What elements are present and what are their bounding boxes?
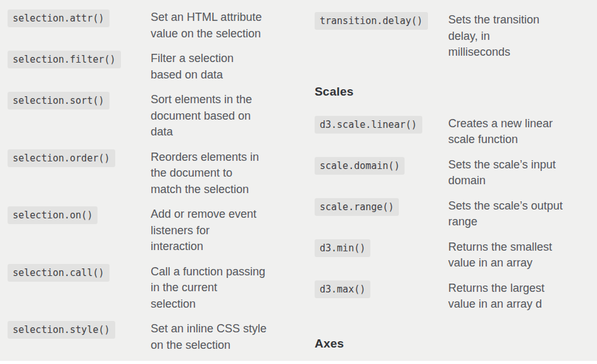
entry-description: Call a function passing in the current s… bbox=[151, 264, 315, 313]
code-badge: transition.delay() bbox=[315, 12, 428, 30]
entry-d3-min: d3.min() Returns the smallest value in a… bbox=[315, 239, 597, 272]
code-badge: selection.on() bbox=[8, 206, 97, 224]
code-badge: scale.domain() bbox=[315, 157, 405, 175]
entry-description: Set an inline CSS style on the selection bbox=[151, 321, 315, 353]
code-badge: d3.scale.linear() bbox=[315, 116, 422, 134]
entry-description: Filter a selection based on data bbox=[151, 51, 315, 83]
section-heading-scales: Scales bbox=[315, 84, 597, 99]
code-badge: d3.max() bbox=[315, 280, 370, 298]
entry-scale-range: scale.range() Sets the scale’s output ra… bbox=[315, 198, 597, 230]
column-right: transition.delay() Sets the transition d… bbox=[315, 9, 597, 364]
code-badge: d3.min() bbox=[315, 239, 370, 257]
entry-d3-max: d3.max() Returns the largest value in an… bbox=[315, 280, 597, 313]
d3-cheatsheet-page: selection.attr() Set an HTML attribute v… bbox=[0, 0, 597, 364]
code-badge: selection.sort() bbox=[8, 92, 110, 110]
entry-selection-order: selection.order() Reorders elements in t… bbox=[8, 149, 315, 198]
entry-description: Returns the largest value in an array d bbox=[448, 280, 597, 313]
entry-description: Sets the scale’s output range bbox=[448, 198, 597, 230]
entry-description: Sets the scale’s input domain bbox=[448, 157, 597, 189]
entry-description: Returns the smallest value in an array bbox=[448, 239, 597, 272]
code-badge: selection.attr() bbox=[8, 9, 110, 27]
entry-description: Set an HTML attribute value on the selec… bbox=[151, 9, 315, 42]
entry-selection-on: selection.on() Add or remove event liste… bbox=[8, 206, 315, 255]
section-heading-axes: Axes bbox=[315, 336, 597, 351]
entry-d3-scale-linear: d3.scale.linear() Creates a new linear s… bbox=[315, 116, 597, 148]
code-badge: selection.call() bbox=[8, 264, 110, 282]
code-badge: selection.order() bbox=[8, 149, 115, 167]
entry-selection-call: selection.call() Call a function passing… bbox=[8, 264, 315, 313]
content-columns: selection.attr() Set an HTML attribute v… bbox=[0, 0, 597, 364]
entry-scale-domain: scale.domain() Sets the scale’s input do… bbox=[315, 157, 597, 189]
code-badge: selection.filter() bbox=[8, 51, 121, 68]
entry-description: Sort elements in the document based on d… bbox=[151, 92, 315, 141]
code-badge: scale.range() bbox=[315, 198, 399, 216]
entry-description: Sets the transition delay, in millisecon… bbox=[448, 12, 597, 61]
entry-selection-sort: selection.sort() Sort elements in the do… bbox=[8, 92, 315, 141]
entry-description: Add or remove event listeners for intera… bbox=[151, 206, 315, 255]
code-badge: selection.style() bbox=[8, 321, 115, 339]
entry-selection-filter: selection.filter() Filter a selection ba… bbox=[8, 51, 315, 83]
entry-description: Creates a new linear scale function bbox=[448, 116, 597, 148]
page-bottom-edge bbox=[0, 361, 597, 364]
column-left: selection.attr() Set an HTML attribute v… bbox=[8, 9, 315, 364]
entry-description: Reorders elements in the document to mat… bbox=[151, 149, 315, 198]
entry-transition-delay: transition.delay() Sets the transition d… bbox=[315, 12, 597, 61]
entry-selection-attr: selection.attr() Set an HTML attribute v… bbox=[8, 9, 315, 42]
entry-selection-style: selection.style() Set an inline CSS styl… bbox=[8, 321, 315, 353]
